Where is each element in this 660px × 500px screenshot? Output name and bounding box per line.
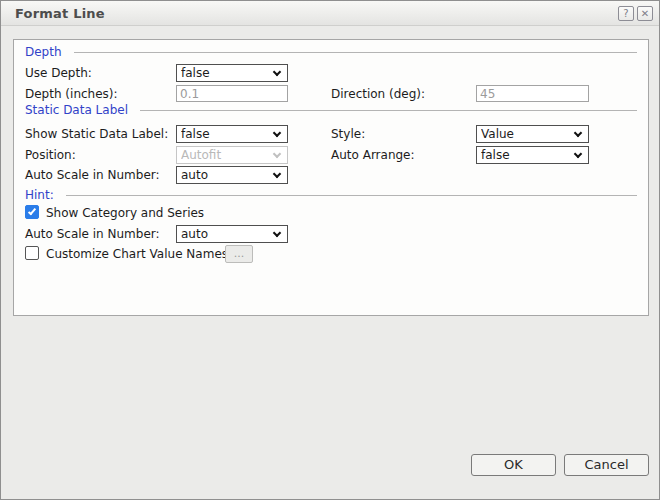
section-title-hint: Hint:	[25, 188, 54, 202]
auto-scale-label: Auto Scale in Number:	[25, 166, 160, 183]
auto-arrange-value: false	[481, 148, 575, 163]
auto-arrange-select[interactable]: false	[476, 146, 589, 164]
checkmark-icon	[28, 207, 36, 216]
use-depth-value: false	[181, 66, 274, 81]
show-category-and-series-checkbox[interactable]	[25, 205, 39, 219]
format-line-dialog: { "dialog": { "title": "Format Line", "h…	[0, 0, 660, 500]
title-bar: Format Line ? ✕	[1, 1, 659, 26]
show-static-data-label-label: Show Static Data Label:	[25, 125, 168, 142]
auto-arrange-label: Auto Arrange:	[331, 146, 415, 163]
close-icon[interactable]: ✕	[637, 6, 653, 21]
auto-scale-value: auto	[181, 168, 274, 183]
depth-inches-label: Depth (inches):	[25, 85, 118, 102]
cancel-button[interactable]: Cancel	[564, 454, 649, 476]
section-divider	[74, 52, 637, 53]
depth-inches-value: 0.1	[180, 87, 199, 101]
hint-auto-scale-value: auto	[181, 227, 274, 242]
section-header-static-data-label: Static Data Label	[25, 103, 637, 117]
customize-chart-value-names-label: Customize Chart Value Names	[46, 245, 228, 262]
customize-chart-value-names-checkbox[interactable]	[25, 246, 39, 260]
section-title-depth: Depth	[25, 45, 62, 59]
hint-auto-scale-label: Auto Scale in Number:	[25, 225, 160, 242]
ok-button[interactable]: OK	[471, 454, 556, 476]
style-label: Style:	[331, 125, 365, 142]
content-panel: Depth Use Depth: false Depth (inches): 0…	[13, 39, 649, 316]
chevron-down-icon	[273, 169, 281, 177]
chevron-down-icon	[273, 149, 281, 157]
show-category-and-series-label: Show Category and Series	[46, 204, 204, 221]
section-header-hint: Hint:	[25, 188, 637, 202]
chevron-down-icon	[273, 67, 281, 75]
position-value: Autofit	[181, 148, 274, 163]
use-depth-select[interactable]: false	[176, 64, 288, 82]
auto-scale-select[interactable]: auto	[176, 166, 288, 184]
depth-inches-input: 0.1	[176, 85, 288, 102]
section-divider	[66, 195, 637, 196]
direction-input: 45	[476, 85, 589, 102]
position-select: Autofit	[176, 146, 288, 164]
section-divider	[140, 110, 637, 111]
show-static-data-label-select[interactable]: false	[176, 125, 288, 143]
direction-value: 45	[480, 87, 495, 101]
section-header-depth: Depth	[25, 45, 637, 59]
use-depth-label: Use Depth:	[25, 64, 92, 81]
style-select[interactable]: Value	[476, 125, 589, 143]
customize-ellipsis-button: ...	[225, 245, 253, 263]
style-value: Value	[481, 127, 575, 142]
titlebar-buttons: ? ✕	[618, 6, 653, 21]
dialog-title: Format Line	[15, 6, 105, 21]
chevron-down-icon	[574, 128, 582, 136]
chevron-down-icon	[273, 128, 281, 136]
chevron-down-icon	[273, 228, 281, 236]
hint-auto-scale-select[interactable]: auto	[176, 225, 288, 243]
direction-label: Direction (deg):	[331, 85, 425, 102]
help-icon[interactable]: ?	[618, 6, 634, 21]
show-static-data-label-value: false	[181, 127, 274, 142]
chevron-down-icon	[574, 149, 582, 157]
section-title-static-data-label: Static Data Label	[25, 103, 128, 117]
position-label: Position:	[25, 146, 76, 163]
